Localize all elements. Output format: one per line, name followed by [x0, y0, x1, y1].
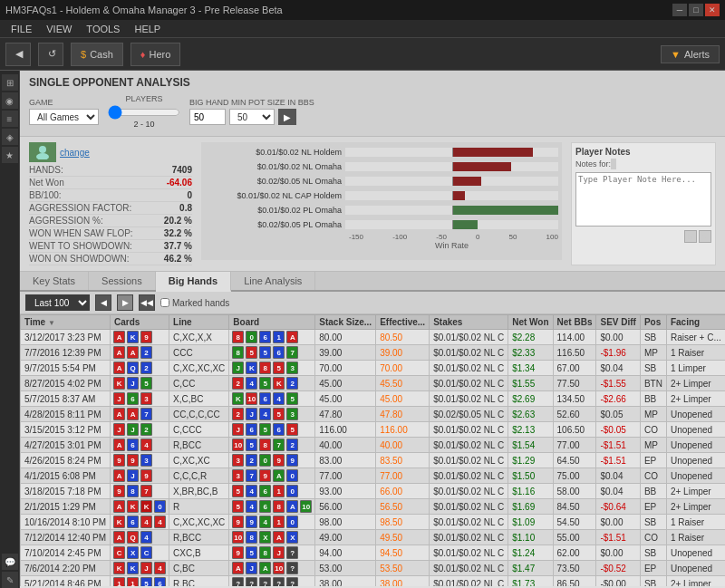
- period-select[interactable]: Last 100: [25, 294, 90, 311]
- cash-button[interactable]: $ Cash: [71, 43, 123, 66]
- col-cards[interactable]: Cards: [111, 315, 169, 330]
- col-effective[interactable]: Effective...: [376, 315, 430, 330]
- cell-cards: AKK0: [111, 499, 169, 515]
- col-board[interactable]: Board: [229, 315, 315, 330]
- alerts-button[interactable]: ▼ Alerts: [661, 45, 720, 63]
- col-sev-diff[interactable]: SEV Diff: [596, 315, 640, 330]
- cell-cards: AQ2: [111, 361, 169, 376]
- tab-big-hands[interactable]: Big Hands: [156, 272, 231, 292]
- cell-stack: 53.00: [315, 561, 376, 576]
- col-time[interactable]: Time ▼: [21, 315, 111, 330]
- cell-effective: 40.00: [376, 438, 430, 453]
- go-button[interactable]: ▶: [278, 109, 296, 125]
- table-row[interactable]: 5/21/2014 8:46 PM1156R,BC?????38.0038.00…: [21, 576, 726, 587]
- cell-net-won: $1.34: [508, 361, 553, 376]
- table-scroll[interactable]: Time ▼ Cards Line Board Stack Size... Ef…: [20, 314, 725, 586]
- cell-net-won: $1.10: [508, 530, 553, 545]
- table-row[interactable]: 4/28/2015 8:11 PMAA7CC,C,C,CC2J45347.804…: [21, 407, 726, 422]
- menu-view[interactable]: VIEW: [39, 24, 79, 34]
- col-pos[interactable]: Pos: [640, 315, 666, 330]
- table-row[interactable]: 10/16/2014 8:10 PMK644C,XC,XC,XC9941098.…: [21, 515, 726, 530]
- marked-hands-checkbox[interactable]: [160, 298, 169, 307]
- menu-help[interactable]: HELP: [127, 24, 168, 34]
- cell-sev-diff: -$1.51: [596, 530, 640, 545]
- table-row[interactable]: 4/27/2015 3:01 PMA64R,BCC10587240.0040.0…: [21, 438, 726, 453]
- table-row[interactable]: 7/10/2014 2:45 PMCXCCXC,B958J?94.0094.50…: [21, 545, 726, 561]
- cell-effective: 56.50: [376, 499, 430, 515]
- cell-board: J6565: [229, 422, 315, 438]
- prev-page-button[interactable]: ◀: [95, 294, 111, 311]
- table-row[interactable]: 5/7/2015 8:37 AMJ63X,C,BCK1064545.0045.0…: [21, 391, 726, 407]
- table-row[interactable]: 4/1/2015 6:08 PMAJ9C,C,C,R379A077.0077.0…: [21, 468, 726, 484]
- cell-sev-diff: -$1.55: [596, 376, 640, 391]
- table-row[interactable]: 7/7/2016 12:39 PMAA2CCC8556739.0039.00$0…: [21, 345, 726, 361]
- table-row[interactable]: 7/6/2014 2:20 PMKKJ4C,BCAJA10?53.0053.50…: [21, 561, 726, 576]
- sidebar-icon-chat[interactable]: 💬: [2, 554, 18, 570]
- marked-hands-checkbox-label: Marked hands: [160, 298, 229, 308]
- cell-sev-diff: $0.00: [596, 545, 640, 561]
- big-hand-input[interactable]: [189, 109, 226, 125]
- tab-sessions[interactable]: Sessions: [89, 272, 156, 290]
- cell-time: 2/1/2015 1:29 PM: [21, 499, 111, 515]
- game-select[interactable]: All Games: [29, 109, 99, 125]
- play-button[interactable]: ▶: [117, 294, 133, 311]
- cell-stakes: $0.01/$0.02 NL C: [430, 530, 508, 545]
- menu-tools[interactable]: TOOLS: [79, 24, 127, 34]
- cell-sev-diff: -$2.66: [596, 391, 640, 407]
- tab-line-analysis[interactable]: Line Analysis: [231, 272, 315, 290]
- notes-icon-2[interactable]: ▼: [699, 230, 711, 243]
- cell-time: 7/6/2014 2:20 PM: [21, 561, 111, 576]
- col-stack[interactable]: Stack Size...: [315, 315, 376, 330]
- sidebar-icon-3[interactable]: ≡: [2, 111, 18, 127]
- cell-net-won: $1.09: [508, 515, 553, 530]
- cell-stack: 116.00: [315, 422, 376, 438]
- col-stakes[interactable]: Stakes: [430, 315, 508, 330]
- table-row[interactable]: 8/27/2015 4:02 PMKJ5C,CC245K245.0045.50$…: [21, 376, 726, 391]
- refresh-button[interactable]: ↺: [38, 43, 63, 66]
- table-row[interactable]: 3/15/2015 3:12 PMJJ2C,CCCJ6565116.00116.…: [21, 422, 726, 438]
- notes-textarea[interactable]: [575, 172, 711, 227]
- notes-icon-1[interactable]: ⊞: [684, 230, 697, 243]
- cell-net-bbs: 75.00: [553, 468, 596, 484]
- cell-facing: 1 Raiser: [666, 515, 725, 530]
- cell-stakes: $0.01/$0.02 NL C: [430, 438, 508, 453]
- table-row[interactable]: 7/12/2014 12:40 PMAQ4R,BCC108XAX49.0049.…: [21, 530, 726, 545]
- sidebar-icon-edit[interactable]: ✎: [2, 572, 18, 588]
- table-row[interactable]: 3/12/2017 3:23 PMAK9C,XC,X,X8061A80.0080…: [21, 330, 726, 345]
- next-page-button[interactable]: ◀◀: [139, 294, 155, 311]
- sidebar-icon-2[interactable]: ◉: [2, 92, 18, 109]
- cell-stakes: $0.01/$0.02 NL C: [430, 468, 508, 484]
- analysis-title: SINGLE OPPONENT ANALYSIS: [29, 76, 716, 89]
- cell-time: 3/18/2015 7:18 PM: [21, 484, 111, 499]
- table-row[interactable]: 3/18/2015 7:18 PM987X,BR,BC,B5461093.006…: [21, 484, 726, 499]
- cell-pos: SB: [640, 545, 666, 561]
- minimize-button[interactable]: ─: [672, 4, 687, 16]
- table-row[interactable]: 9/7/2015 5:54 PMAQ2C,XC,XC,XCJK85370.007…: [21, 361, 726, 376]
- menu-file[interactable]: FILE: [4, 24, 39, 34]
- col-line[interactable]: Line: [169, 315, 229, 330]
- table-row[interactable]: 4/26/2015 8:24 PM993C,XC,XC3209983.0083.…: [21, 453, 726, 468]
- cell-line: R,BC: [169, 576, 229, 587]
- cell-facing: 1 Raiser: [666, 530, 725, 545]
- cell-cards: 987: [111, 484, 169, 499]
- hero-button[interactable]: ♦ Hero: [130, 43, 180, 66]
- cell-net-bbs: 134.50: [553, 391, 596, 407]
- sidebar: ⊞ ◉ ≡ ◈ ★ 💬 ✎: [0, 71, 20, 588]
- maximize-button[interactable]: □: [689, 4, 703, 16]
- players-slider[interactable]: [108, 105, 180, 120]
- col-net-bbs[interactable]: Net BBs: [553, 315, 596, 330]
- player-change-link[interactable]: change: [60, 148, 90, 158]
- cell-net-bbs: 84.50: [553, 499, 596, 515]
- col-net-won[interactable]: Net Won: [508, 315, 553, 330]
- sidebar-icon-5[interactable]: ★: [2, 147, 18, 163]
- cell-effective: 53.50: [376, 561, 430, 576]
- close-button[interactable]: ✕: [705, 4, 720, 16]
- big-hand-select[interactable]: 50: [229, 109, 275, 125]
- sidebar-icon-4[interactable]: ◈: [2, 129, 18, 145]
- tab-key-stats[interactable]: Key Stats: [20, 272, 89, 290]
- cell-effective: 66.00: [376, 484, 430, 499]
- sidebar-icon-1[interactable]: ⊞: [2, 74, 18, 91]
- back-button[interactable]: ◀: [5, 43, 31, 66]
- col-facing[interactable]: Facing: [666, 315, 725, 330]
- table-row[interactable]: 2/1/2015 1:29 PMAKK0R5468A1056.0056.50$0…: [21, 499, 726, 515]
